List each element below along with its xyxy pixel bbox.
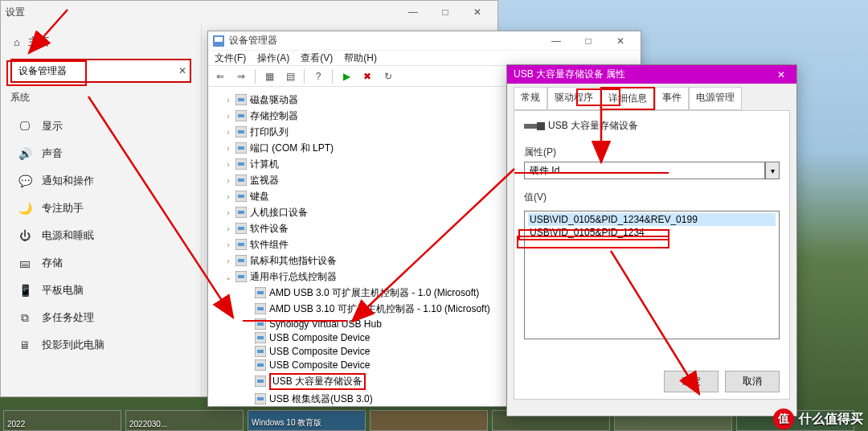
- tb-show[interactable]: ▦: [260, 68, 278, 85]
- tree-chevron[interactable]: ›: [224, 208, 232, 217]
- tb-help[interactable]: ?: [309, 68, 327, 85]
- section-system: 系统: [10, 91, 191, 105]
- dm-maximize-button[interactable]: □: [573, 35, 604, 47]
- tree-node-label: AMD USB 3.0 可扩展主机控制器 - 1.0 (Microsoft): [269, 286, 479, 300]
- property-combo-arrow[interactable]: ▾: [765, 162, 780, 179]
- tree-node-icon: [235, 110, 247, 121]
- sidebar-item-7[interactable]: ⧉多任务处理: [10, 304, 191, 331]
- menu-3[interactable]: 帮助(H): [344, 51, 377, 65]
- thumb-1[interactable]: 2022: [3, 410, 121, 431]
- svg-rect-5: [238, 114, 244, 117]
- tree-node-label: 鼠标和其他指针设备: [250, 254, 337, 268]
- tree-node-icon: [235, 174, 247, 186]
- sidebar-item-8[interactable]: 🖥投影到此电脑: [10, 331, 191, 359]
- sidebar-item-6[interactable]: 📱平板电脑: [10, 277, 191, 304]
- thumb-3[interactable]: Windows 10 教育版: [248, 410, 366, 431]
- sidebar-item-0[interactable]: 🖵显示: [10, 113, 191, 140]
- sidebar-item-2[interactable]: 💬通知和操作: [10, 167, 191, 195]
- svg-rect-37: [257, 363, 264, 367]
- tree-node-icon: [255, 287, 266, 298]
- sidebar-item-icon: 📱: [18, 284, 32, 297]
- tree-chevron[interactable]: ›: [224, 128, 232, 137]
- tree-chevron[interactable]: ⌄: [224, 273, 232, 281]
- tree-chevron[interactable]: ›: [224, 192, 232, 201]
- tree-chevron[interactable]: ›: [224, 160, 232, 169]
- sidebar-item-label: 多任务处理: [42, 310, 94, 325]
- tree-node-label: Synology Virtual USB Hub: [269, 318, 382, 330]
- sidebar-item-icon: 💬: [18, 174, 32, 187]
- tree-chevron[interactable]: ›: [224, 96, 232, 105]
- menu-2[interactable]: 查看(V): [301, 51, 333, 65]
- value-listbox[interactable]: USB\VID_0105&PID_1234&REV_0199USB\VID_01…: [524, 211, 780, 339]
- tree-node-icon: [255, 393, 266, 404]
- dm-minimize-button[interactable]: —: [541, 35, 571, 47]
- menu-bar: 文件(F)操作(A)查看(V)帮助(H): [208, 50, 641, 66]
- tree-chevron[interactable]: ›: [224, 257, 232, 265]
- thumb-2[interactable]: 2022030...: [125, 410, 244, 431]
- value-row[interactable]: USB\VID_0105&PID_1234: [528, 226, 776, 239]
- tree-node-label: USB Composite Device: [269, 346, 370, 357]
- sidebar-item-label: 声音: [42, 146, 63, 161]
- tab-1[interactable]: 驱动程序: [547, 87, 600, 110]
- sidebar-item-label: 电源和睡眠: [42, 228, 94, 243]
- tab-0[interactable]: 常规: [514, 87, 547, 110]
- tab-2[interactable]: 详细信息: [600, 87, 655, 110]
- sidebar-item-1[interactable]: 🔊声音: [10, 140, 191, 167]
- sidebar-item-4[interactable]: ⏻电源和睡眠: [10, 222, 191, 249]
- tb-props[interactable]: ▤: [281, 68, 299, 85]
- tree-node-icon: [255, 359, 266, 371]
- sidebar-item-label: 存储: [42, 256, 63, 270]
- menu-1[interactable]: 操作(A): [257, 51, 289, 65]
- minimize-button[interactable]: —: [398, 6, 428, 18]
- property-combobox[interactable]: ▾: [524, 162, 780, 179]
- watermark: 值 什么值得买: [773, 408, 863, 429]
- tree-node-label: USB Composite Device: [269, 332, 370, 343]
- sidebar-item-5[interactable]: 🖴存储: [10, 249, 191, 277]
- tb-scan[interactable]: ▶: [338, 68, 355, 85]
- cancel-button[interactable]: 取消: [725, 371, 780, 392]
- settings-sidebar: ⌂ 主页 ✕ 系统 🖵显示🔊声音💬通知和操作🌙专注助手⏻电源和睡眠🖴存储📱平板电…: [1, 23, 202, 396]
- tb-refresh[interactable]: ↻: [379, 68, 397, 85]
- sidebar-item-label: 专注助手: [42, 201, 84, 216]
- tree-node-icon: [235, 271, 247, 282]
- tree-node-label: USB 大容量存储设备: [269, 373, 366, 390]
- tree-chevron[interactable]: ›: [224, 144, 232, 153]
- ok-button[interactable]: 确定: [664, 371, 719, 392]
- tb-remove[interactable]: ✖: [358, 68, 376, 85]
- tree-chevron[interactable]: ›: [224, 224, 232, 233]
- settings-title-bar: 设置 — □ ✕: [1, 1, 497, 23]
- tab-3[interactable]: 事件: [655, 87, 689, 110]
- sidebar-item-icon: 🌙: [18, 202, 32, 215]
- maximize-button[interactable]: □: [430, 6, 461, 18]
- svg-rect-9: [238, 146, 244, 150]
- dm-close-button[interactable]: ✕: [605, 35, 636, 47]
- tree-node-label: 监视器: [250, 174, 279, 187]
- svg-rect-17: [238, 211, 244, 214]
- thumb-4[interactable]: [370, 410, 488, 431]
- sidebar-item-3[interactable]: 🌙专注助手: [10, 195, 191, 222]
- tree-chevron[interactable]: ›: [224, 176, 232, 185]
- prop-title-bar: USB 大容量存储设备 属性 ✕: [507, 65, 796, 84]
- sidebar-item-icon: ⏻: [18, 229, 32, 242]
- tree-node-icon: [235, 126, 247, 138]
- value-label: 值(V): [524, 191, 780, 204]
- prop-close-button[interactable]: ✕: [769, 69, 793, 80]
- device-name: USB 大容量存储设备: [548, 119, 638, 133]
- tree-chevron[interactable]: ›: [224, 240, 232, 249]
- tree-node-icon: [235, 255, 247, 266]
- tree-chevron[interactable]: ›: [224, 112, 232, 121]
- tb-fwd[interactable]: ⇒: [232, 68, 250, 85]
- property-combo-input[interactable]: [524, 162, 765, 179]
- menu-0[interactable]: 文件(F): [215, 51, 246, 65]
- value-row[interactable]: USB\VID_0105&PID_1234&REV_0199: [528, 213, 776, 226]
- nav-home[interactable]: ⌂ 主页: [10, 30, 191, 54]
- tab-4[interactable]: 电源管理: [689, 87, 742, 110]
- sidebar-item-label: 通知和操作: [42, 174, 94, 188]
- tb-back[interactable]: ⇐: [211, 68, 229, 85]
- svg-rect-49: [537, 122, 545, 130]
- search-input[interactable]: [10, 59, 191, 83]
- tree-node-label: USB 根集线器(USB 3.0): [269, 392, 373, 406]
- clear-search-icon[interactable]: ✕: [178, 65, 186, 76]
- home-label: 主页: [28, 35, 49, 49]
- close-button[interactable]: ✕: [462, 6, 493, 18]
